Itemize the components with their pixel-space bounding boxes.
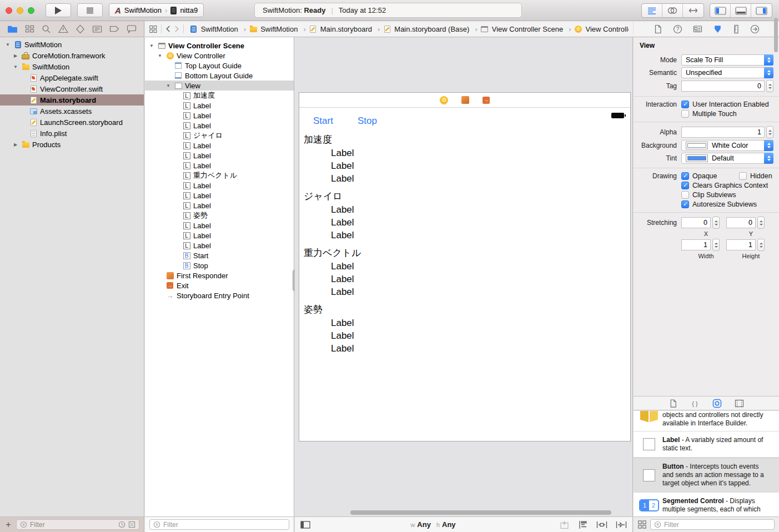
outline-row[interactable]: Label <box>145 230 294 240</box>
library-item[interactable]: Label - A variably sized amount of stati… <box>634 431 779 458</box>
canvas-label[interactable]: Label <box>299 342 630 355</box>
forward-button-icon[interactable] <box>174 25 179 33</box>
attributes-inspector-icon[interactable] <box>713 24 722 34</box>
stretching-width-stepper[interactable] <box>712 239 720 251</box>
scheme-selector[interactable]: A SwiftMotion › nitta9 <box>109 3 204 17</box>
background-color-well[interactable] <box>686 142 708 149</box>
file-row[interactable]: ViewController.swift <box>0 83 144 94</box>
clip-subviews-checkbox[interactable] <box>681 191 689 199</box>
canvas-label[interactable]: 重力ベクトル <box>299 246 630 260</box>
tag-stepper[interactable] <box>766 80 773 92</box>
breadcrumb-item[interactable]: Main.storyboard › <box>309 24 382 33</box>
stop-button[interactable] <box>77 3 103 17</box>
canvas-label[interactable]: Label <box>299 329 630 342</box>
outline-row[interactable]: 重力ベクトル <box>145 170 294 180</box>
canvas-button[interactable]: Stop <box>358 116 377 127</box>
canvas-label[interactable]: Label <box>299 273 630 285</box>
back-button-icon[interactable] <box>165 25 170 33</box>
library-filter-field[interactable]: Filter <box>650 519 775 530</box>
disclosure-triangle[interactable]: ▼ <box>4 42 11 47</box>
file-inspector-icon[interactable] <box>654 24 662 34</box>
code-snippet-library-icon[interactable]: { } <box>690 399 700 408</box>
disclosure-triangle[interactable]: ▶ <box>12 142 19 147</box>
outline-row[interactable]: Label <box>145 190 294 200</box>
canvas-label[interactable]: Label <box>299 203 630 216</box>
outline-row[interactable]: Bottom Layout Guide <box>145 71 294 81</box>
file-row[interactable]: Info.plist <box>0 128 144 139</box>
stretching-height-field[interactable]: 1 <box>726 239 756 250</box>
scm-status-icon[interactable] <box>128 521 135 528</box>
canvas-label[interactable]: Label <box>299 172 630 185</box>
canvas-label[interactable]: Label <box>299 147 630 159</box>
file-row[interactable]: ▶ Products <box>0 139 144 150</box>
first-responder-icon[interactable] <box>461 96 469 104</box>
library-scrollbar[interactable] <box>774 18 778 52</box>
canvas-button[interactable]: Start <box>313 116 333 127</box>
stretching-x-field[interactable]: 0 <box>681 217 711 228</box>
update-frames-icon[interactable] <box>559 520 570 529</box>
outline-row[interactable]: ジャイロ <box>145 131 294 140</box>
outline-row[interactable]: ▼ View Controller <box>145 51 294 61</box>
breadcrumb-item[interactable]: View Controller › <box>574 24 629 33</box>
align-icon[interactable] <box>578 520 588 529</box>
disclosure-triangle[interactable]: ▶ <box>12 53 19 58</box>
canvas-label[interactable]: ジャイロ <box>299 189 630 203</box>
outline-row[interactable]: Storyboard Entry Point <box>145 290 294 300</box>
toggle-debug-area-button[interactable] <box>731 4 751 17</box>
hide-outline-toggle-icon[interactable] <box>300 521 310 529</box>
storyboard-canvas[interactable]: StartStop 加速度LabelLabelLabelジャイロLabelLab… <box>295 37 633 516</box>
add-button[interactable]: + <box>4 520 12 530</box>
report-navigator-icon[interactable] <box>127 24 137 33</box>
search-icon[interactable] <box>42 24 51 34</box>
file-row[interactable]: LaunchScreen.storyboard <box>0 117 144 128</box>
toggle-utilities-button[interactable] <box>751 4 772 17</box>
background-popup[interactable]: White Color <box>681 140 773 151</box>
identity-inspector-icon[interactable] <box>693 24 702 33</box>
canvas-label[interactable]: Label <box>299 317 630 329</box>
library-item[interactable]: Button - Intercepts touch events and sen… <box>634 458 779 493</box>
canvas-label[interactable]: 加速度 <box>299 133 630 147</box>
canvas-label[interactable]: 姿勢 <box>299 303 630 317</box>
outline-row[interactable]: Start <box>145 250 294 260</box>
view-controller-view[interactable]: StartStop 加速度LabelLabelLabelジャイロLabelLab… <box>299 108 630 441</box>
pin-constraints-icon[interactable] <box>596 520 607 529</box>
file-row[interactable]: Main.storyboard <box>0 94 144 106</box>
autoresize-subviews-checkbox[interactable] <box>681 200 689 208</box>
tint-color-well[interactable] <box>686 154 708 162</box>
canvas-label[interactable]: Label <box>299 229 630 242</box>
navigator-filter-field[interactable]: Filter <box>16 519 139 530</box>
file-row[interactable]: ▼ SwiftMotion <box>0 39 144 50</box>
multiple-touch-checkbox[interactable] <box>681 110 689 118</box>
assistant-editor-button[interactable] <box>662 4 683 17</box>
outline-row[interactable]: ▼ View <box>145 81 294 91</box>
run-button[interactable] <box>46 3 71 17</box>
toggle-navigator-button[interactable] <box>710 4 731 17</box>
symbol-navigator-icon[interactable] <box>25 24 34 33</box>
media-library-icon[interactable] <box>735 399 744 408</box>
outline-row[interactable]: Label <box>145 220 294 230</box>
canvas-label[interactable]: Label <box>299 216 630 229</box>
breadcrumb-item[interactable]: SwiftMotion › <box>249 24 308 33</box>
minimize-button[interactable] <box>17 7 23 14</box>
outline-row[interactable]: Label <box>145 101 294 111</box>
outline-row[interactable]: 姿勢 <box>145 210 294 220</box>
breadcrumb-item[interactable]: Main.storyboard (Base) › <box>383 24 479 33</box>
canvas-label[interactable]: Label <box>299 285 630 298</box>
breadcrumb-item[interactable]: SwiftMotion › <box>189 24 248 33</box>
alpha-stepper[interactable] <box>766 126 773 138</box>
tag-field[interactable]: 0 <box>681 81 765 92</box>
library-item[interactable]: objects and controllers not directly ava… <box>634 411 779 431</box>
alpha-field[interactable]: 1 <box>681 127 765 138</box>
canvas-label[interactable]: Label <box>299 159 630 172</box>
outline-row[interactable]: ▼ View Controller Scene <box>145 41 294 51</box>
file-row[interactable]: Assets.xcassets <box>0 106 144 117</box>
resolve-layout-issues-icon[interactable] <box>616 520 627 529</box>
outline-filter-field[interactable]: Filter <box>149 519 289 530</box>
outline-row[interactable]: Top Layout Guide <box>145 61 294 71</box>
outline-row[interactable]: Stop <box>145 260 294 270</box>
canvas-label[interactable]: Label <box>299 260 630 273</box>
stretching-height-stepper[interactable] <box>757 239 765 251</box>
outline-row[interactable]: First Responder <box>145 270 294 280</box>
test-navigator-icon[interactable] <box>76 24 85 34</box>
file-template-library-icon[interactable] <box>669 399 677 408</box>
